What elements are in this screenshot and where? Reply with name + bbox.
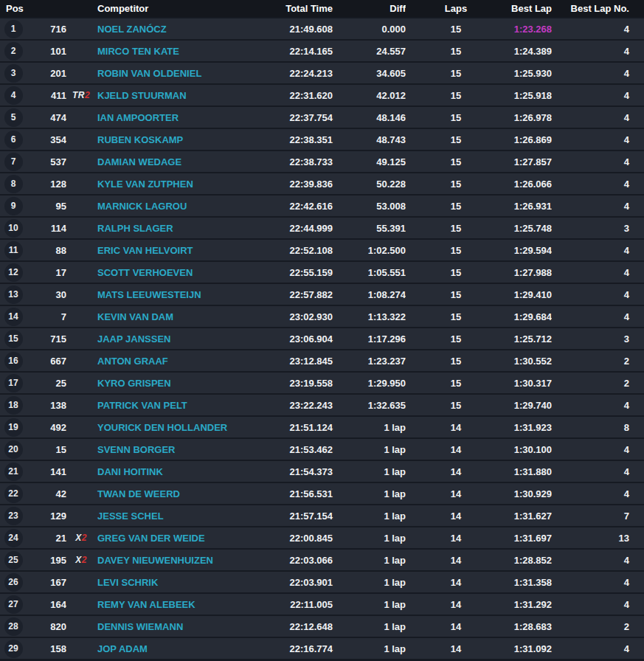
diff-value: 1:13.322 (334, 311, 406, 322)
competitor-link[interactable]: DAVEY NIEUWENHUIZEN (96, 555, 243, 566)
result-row[interactable]: 29 158 JOP ADAM 22:16.774 1 lap 14 1:31.… (0, 638, 644, 660)
result-row[interactable]: 24 21 X2 GREG VAN DER WEIDE 22:00.845 1 … (0, 527, 644, 550)
competitor-link[interactable]: LEVI SCHRIK (96, 577, 243, 588)
competitor-link[interactable]: SVENN BORGER (96, 444, 243, 455)
kart-number: 129 (27, 511, 66, 522)
result-row[interactable]: 2 101 MIRCO TEN KATE 22:14.165 24.557 15… (0, 41, 644, 63)
result-row[interactable]: 13 30 MATS LEEUWESTEIJN 22:57.882 1:08.2… (0, 284, 644, 306)
result-row[interactable]: 10 114 RALPH SLAGER 22:44.999 55.391 15 … (0, 218, 644, 240)
position-badge: 15 (4, 330, 23, 348)
competitor-link[interactable]: JESSE SCHEL (96, 511, 243, 522)
best-lap-value: 1:26.978 (506, 112, 552, 123)
total-time-value: 22:03.066 (243, 555, 334, 566)
laps-value: 14 (406, 511, 506, 522)
competitor-link[interactable]: ERIC VAN HELVOIRT (96, 245, 243, 256)
competitor-link[interactable]: MARNICK LAGROU (96, 201, 243, 212)
result-row[interactable]: 11 88 ERIC VAN HELVOIRT 22:52.108 1:02.5… (0, 240, 644, 262)
col-header-diff: Diff (334, 3, 406, 14)
results-table-header: Pos Competitor Total Time Diff Laps Best… (0, 0, 644, 18)
kart-number: 820 (27, 621, 66, 632)
result-row[interactable]: 18 138 PATRICK VAN PELT 23:22.243 1:32.6… (0, 395, 644, 417)
col-header-best-lap-no: Best Lap No. (552, 3, 644, 14)
competitor-link[interactable]: RALPH SLAGER (96, 223, 243, 234)
laps-value: 14 (406, 422, 506, 433)
competitor-link[interactable]: PATRICK VAN PELT (96, 400, 243, 411)
result-row[interactable]: 7 537 DAMIAN WEDAGE 22:38.733 49.125 15 … (0, 151, 644, 173)
kart-number: 17 (27, 267, 66, 278)
competitor-link[interactable]: ANTON GRAAF (96, 356, 243, 367)
team-badge-text: X (75, 555, 82, 565)
laps-value: 15 (406, 311, 506, 322)
laps-value: 14 (406, 444, 506, 455)
position-badge: 4 (4, 86, 23, 105)
result-row[interactable]: 19 492 YOURICK DEN HOLLANDER 21:51.124 1… (0, 417, 644, 439)
diff-value: 1:05.551 (334, 267, 406, 278)
result-row[interactable]: 27 164 REMY VAN ALEBEEK 22:11.005 1 lap … (0, 594, 644, 616)
result-row[interactable]: 20 15 SVENN BORGER 21:53.462 1 lap 14 1:… (0, 439, 644, 461)
result-row[interactable]: 1 716 NOEL ZANÓCZ 21:49.608 0.000 15 1:2… (0, 18, 644, 41)
competitor-link[interactable]: KEVIN VAN DAM (96, 311, 243, 322)
competitor-link[interactable]: IAN AMPOORTER (96, 112, 243, 123)
best-lap-no-value: 8 (552, 422, 644, 433)
position-badge: 2 (4, 42, 23, 60)
competitor-link[interactable]: JAAP JANSSEN (96, 333, 243, 345)
result-row[interactable]: 28 820 DENNIS WIEMANN 22:12.648 1 lap 14… (0, 616, 644, 638)
competitor-link[interactable]: ROBIN VAN OLDENIEL (96, 68, 243, 79)
best-lap-no-value: 3 (552, 333, 644, 345)
result-row[interactable]: 16 667 ANTON GRAAF 23:12.845 1:23.237 15… (0, 350, 644, 373)
competitor-link[interactable]: DENNIS WIEMANN (96, 621, 243, 632)
result-row[interactable]: 15 715 JAAP JANSSEN 23:06.904 1:17.296 1… (0, 328, 644, 350)
laps-value: 15 (406, 68, 506, 79)
competitor-link[interactable]: DANI HOITINK (96, 466, 243, 477)
competitor-link[interactable]: RUBEN KOSKAMP (96, 134, 243, 145)
diff-value: 42.012 (334, 90, 406, 101)
result-row[interactable]: 3 201 ROBIN VAN OLDENIEL 22:24.213 34.60… (0, 63, 644, 85)
result-row[interactable]: 5 474 IAN AMPOORTER 22:37.754 48.146 15 … (0, 107, 644, 129)
result-row[interactable]: 4 411 TR2 KJELD STUURMAN 22:31.620 42.01… (0, 85, 644, 107)
competitor-link[interactable]: KJELD STUURMAN (96, 90, 243, 101)
results-table-body: 1 716 NOEL ZANÓCZ 21:49.608 0.000 15 1:2… (0, 18, 644, 660)
diff-value: 55.391 (334, 223, 406, 234)
competitor-link[interactable]: SCOTT VERHOEVEN (96, 267, 243, 278)
kart-number: 88 (27, 245, 66, 256)
result-row[interactable]: 23 129 JESSE SCHEL 21:57.154 1 lap 14 1:… (0, 505, 644, 527)
result-row[interactable]: 12 17 SCOTT VERHOEVEN 22:55.159 1:05.551… (0, 262, 644, 284)
competitor-link[interactable]: JOP ADAM (96, 643, 243, 654)
competitor-link[interactable]: YOURICK DEN HOLLANDER (96, 422, 243, 433)
laps-value: 15 (406, 24, 506, 35)
total-time-value: 22:57.882 (243, 289, 334, 300)
laps-value: 15 (406, 378, 506, 389)
result-row[interactable]: 26 167 LEVI SCHRIK 22:03.901 1 lap 14 1:… (0, 572, 644, 594)
best-lap-no-value: 4 (552, 134, 644, 145)
competitor-link[interactable]: DAMIAN WEDAGE (96, 156, 243, 167)
competitor-link[interactable]: KYLE VAN ZUTPHEN (96, 179, 243, 190)
position-badge: 25 (4, 551, 23, 570)
competitor-link[interactable]: REMY VAN ALEBEEK (96, 599, 243, 610)
competitor-link[interactable]: TWAN DE WEERD (96, 488, 243, 499)
result-row[interactable]: 22 42 TWAN DE WEERD 21:56.531 1 lap 14 1… (0, 483, 644, 505)
competitor-link[interactable]: GREG VAN DER WEIDE (96, 533, 243, 544)
laps-value: 15 (406, 134, 506, 145)
position-badge: 16 (4, 352, 23, 370)
competitor-link[interactable]: NOEL ZANÓCZ (96, 24, 243, 35)
result-row[interactable]: 14 7 KEVIN VAN DAM 23:02.930 1:13.322 15… (0, 306, 644, 328)
result-row[interactable]: 25 195 X2 DAVEY NIEUWENHUIZEN 22:03.066 … (0, 550, 644, 572)
result-row[interactable]: 17 25 KYRO GRISPEN 23:19.558 1:29.950 15… (0, 373, 644, 395)
competitor-link[interactable]: MATS LEEUWESTEIJN (96, 289, 243, 300)
kart-number: 474 (27, 112, 66, 123)
diff-value: 1 lap (334, 621, 406, 632)
diff-value: 50.228 (334, 179, 406, 190)
result-row[interactable]: 21 141 DANI HOITINK 21:54.373 1 lap 14 1… (0, 461, 644, 483)
result-row[interactable]: 6 354 RUBEN KOSKAMP 22:38.351 48.743 15 … (0, 129, 644, 151)
competitor-link[interactable]: MIRCO TEN KATE (96, 46, 243, 57)
competitor-link[interactable]: KYRO GRISPEN (96, 378, 243, 389)
total-time-value: 22:38.733 (243, 156, 334, 167)
position-badge: 26 (4, 573, 23, 592)
total-time-value: 22:44.999 (243, 223, 334, 234)
result-row[interactable]: 8 128 KYLE VAN ZUTPHEN 22:39.836 50.228 … (0, 173, 644, 195)
total-time-value: 21:51.124 (243, 422, 334, 433)
result-row[interactable]: 9 95 MARNICK LAGROU 22:42.616 53.008 15 … (0, 195, 644, 218)
kart-number: 167 (27, 577, 66, 588)
position-badge: 29 (4, 640, 23, 658)
laps-value: 14 (406, 621, 506, 632)
